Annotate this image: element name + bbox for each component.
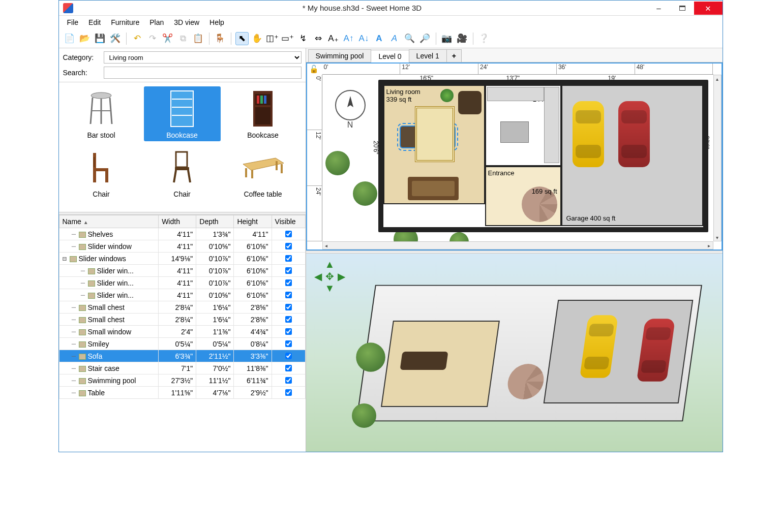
tab-swimming-pool[interactable]: Swimming pool	[308, 49, 372, 62]
menu-file[interactable]: File	[63, 17, 83, 27]
table-row[interactable]: ┈Slider win...4'11"0'10⅝"6'10⅝"	[59, 289, 305, 301]
visible-checkbox[interactable]	[285, 377, 292, 384]
table-row[interactable]: ┈Table1'11⅝"4'7⅛"2'9½"	[59, 387, 305, 399]
tab-level-1[interactable]: Level 1	[409, 49, 447, 62]
table-row[interactable]: ┈Swimming pool27'3½"11'1½"6'11¾"	[59, 374, 305, 387]
create-text-icon[interactable]: A₊	[327, 32, 340, 45]
nav-left-icon[interactable]: ◀	[312, 270, 324, 283]
room-living[interactable]: Living room 339 sq ft	[383, 85, 485, 204]
text-italic-icon[interactable]: A	[388, 32, 401, 45]
maximize-button[interactable]	[671, 2, 694, 15]
nav-down-icon[interactable]: ▼	[324, 283, 336, 294]
lock-icon[interactable]: 🔓	[309, 65, 319, 74]
furniture-plant[interactable]	[440, 89, 454, 102]
visible-checkbox[interactable]	[285, 340, 292, 347]
furniture-rug[interactable]	[415, 106, 455, 162]
nav3d-control[interactable]: ▲ ◀✥▶ ▼	[312, 259, 348, 294]
new-icon[interactable]: 📄	[63, 32, 76, 45]
visible-checkbox[interactable]	[285, 353, 292, 359]
view-3d[interactable]: ▲ ◀✥▶ ▼	[306, 254, 723, 452]
nav-up-icon[interactable]: ▲	[324, 259, 336, 270]
furniture-dining-table[interactable]	[408, 177, 459, 200]
table-row[interactable]: ┈Small chest2'8¼"1'6¼"2'8⅝"	[59, 301, 305, 314]
text-size-up-icon[interactable]: A↑	[342, 32, 355, 45]
catalog-item[interactable]: Chair	[144, 145, 221, 200]
visible-checkbox[interactable]	[285, 304, 292, 310]
menu-help[interactable]: Help	[205, 17, 228, 27]
menu-3dview[interactable]: 3D view	[170, 17, 203, 27]
visible-checkbox[interactable]	[285, 328, 292, 335]
house-outline[interactable]: Living room 339 sq ft	[378, 80, 708, 232]
furniture-catalog[interactable]: Bar stool Bookcase Bookcase	[59, 82, 306, 212]
nav-right-icon[interactable]: ▶	[336, 270, 347, 283]
minimize-button[interactable]: —	[647, 2, 671, 15]
tree-icon[interactable]	[325, 151, 350, 175]
select-tool-icon[interactable]: ⬉	[235, 32, 249, 45]
room-garage[interactable]: Garage 400 sq ft	[561, 85, 703, 226]
plan-scrollbar-h[interactable]: ◂▸	[322, 241, 713, 249]
create-polyline-icon[interactable]: ↯	[296, 32, 310, 45]
visible-checkbox[interactable]	[285, 231, 292, 237]
redo-icon[interactable]: ↷	[146, 32, 159, 45]
help-icon[interactable]: ❔	[477, 32, 491, 45]
cut-icon[interactable]: ✂️	[161, 32, 174, 45]
table-row[interactable]: ┈Sofa6'3¾"2'11½"3'3⅜"	[59, 350, 305, 362]
furniture-stove[interactable]	[500, 121, 529, 143]
menu-edit[interactable]: Edit	[84, 17, 105, 27]
plan-canvas[interactable]: N 16'5" 13'7" 19' 20'6" 20'6"	[322, 75, 713, 241]
open-icon[interactable]: 📂	[78, 32, 92, 45]
furniture-table[interactable]: Name Width Depth Height Visible ┈Shelves…	[59, 215, 306, 452]
paste-icon[interactable]: 📋	[192, 32, 205, 45]
pan-tool-icon[interactable]: ✋	[251, 32, 264, 45]
table-row[interactable]: ┈Stair case7'1"7'0½"11'8⅜"	[59, 362, 305, 374]
search-input[interactable]	[104, 67, 302, 79]
table-row[interactable]: ┈Shelves4'11"1'3¾"4'11"	[59, 228, 305, 240]
text-size-down-icon[interactable]: A↓	[357, 32, 371, 45]
col-name[interactable]: Name	[59, 215, 159, 228]
prefs-icon[interactable]: 🛠️	[109, 32, 122, 45]
titlebar[interactable]: * My house.sh3d - Sweet Home 3D — ✕	[59, 1, 723, 16]
tab-add[interactable]: +	[446, 49, 462, 62]
col-visible[interactable]: Visible	[272, 215, 305, 228]
zoom-in-icon[interactable]: 🔍	[403, 32, 416, 45]
create-walls-icon[interactable]: ◫⁺	[266, 32, 279, 45]
table-row[interactable]: ┈Smiley0'5¼"0'5¼"0'8¼"	[59, 338, 305, 350]
table-row[interactable]: ┈Small chest2'8¼"1'6¼"2'8⅝"	[59, 314, 305, 326]
create-dimension-icon[interactable]: ⇔	[312, 32, 325, 45]
visible-checkbox[interactable]	[285, 243, 292, 249]
menu-furniture[interactable]: Furniture	[107, 17, 143, 27]
table-row[interactable]: ┈Slider window4'11"0'10⅝"6'10⅝"	[59, 240, 305, 253]
visible-checkbox[interactable]	[285, 255, 292, 262]
furniture-counter[interactable]	[487, 87, 544, 101]
catalog-item[interactable]: Bookcase	[225, 86, 302, 141]
visible-checkbox[interactable]	[285, 389, 292, 396]
add-furniture-icon[interactable]: 🪑	[214, 32, 227, 45]
zoom-out-icon[interactable]: 🔎	[418, 32, 432, 45]
plan-area[interactable]: 🔓 0' 12' 24' 36' 48' 0' 12' 24'	[306, 62, 723, 251]
tab-level-0[interactable]: Level 0	[371, 50, 409, 62]
table-row[interactable]: ┈Slider win...4'11"0'10⅞"6'10⅝"	[59, 277, 305, 289]
col-width[interactable]: Width	[159, 215, 196, 228]
photo-icon[interactable]: 📷	[440, 32, 454, 45]
visible-checkbox[interactable]	[285, 316, 292, 323]
copy-icon[interactable]: ⧉	[176, 32, 190, 45]
tree-icon[interactable]	[353, 181, 377, 206]
catalog-item[interactable]: Coffee table	[225, 145, 302, 200]
col-depth[interactable]: Depth	[196, 215, 234, 228]
close-button[interactable]: ✕	[694, 2, 723, 15]
visible-checkbox[interactable]	[285, 267, 292, 274]
car-yellow-icon[interactable]	[573, 101, 604, 167]
catalog-item[interactable]: Bookcase	[144, 86, 221, 141]
room-kitchen[interactable]: Kitchen 144 sq ft	[485, 85, 561, 166]
text-bold-icon[interactable]: A	[373, 32, 386, 45]
category-select[interactable]: Living room	[104, 51, 302, 64]
save-icon[interactable]: 💾	[94, 32, 107, 45]
menu-plan[interactable]: Plan	[145, 17, 168, 27]
col-height[interactable]: Height	[234, 215, 272, 228]
room-entrance[interactable]: Entrance 169 sq ft	[485, 166, 561, 226]
table-row[interactable]: ┈Small window2'4"1'1⅜"4'4¾"	[59, 326, 305, 338]
visible-checkbox[interactable]	[285, 292, 292, 298]
furniture-armchair[interactable]	[458, 91, 482, 114]
car-red-icon[interactable]	[618, 101, 650, 167]
visible-checkbox[interactable]	[285, 365, 292, 371]
